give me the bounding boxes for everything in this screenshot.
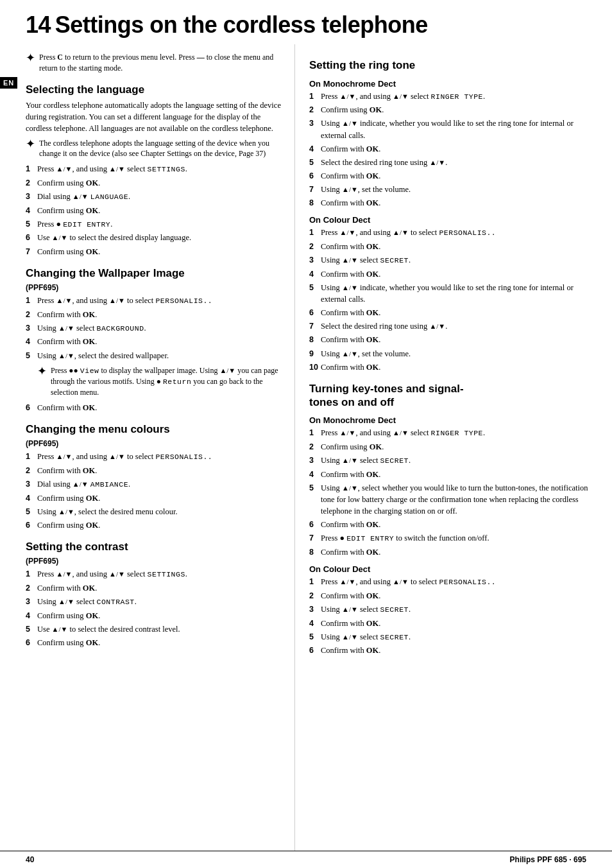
list-item: 4Confirm using OK. — [26, 205, 283, 216]
menu-colours-ppf: (PPF695) — [26, 439, 283, 448]
section-title-menu-colours: Changing the menu colours — [26, 422, 283, 436]
list-item: 7Confirm using OK. — [26, 246, 283, 257]
list-item: 1Press ▲/▼, and using ▲/▼ to select PERS… — [309, 227, 593, 239]
key-tones-colour-title: On Colour Dect — [309, 564, 593, 574]
list-item: 4Confirm with OK. — [309, 268, 593, 280]
list-item: 1Press ▲/▼, and using ▲/▼ to select PERS… — [26, 451, 283, 463]
list-item: 5Using ▲/▼ select SECRET. — [309, 631, 593, 643]
list-item: 6Confirm using OK. — [26, 519, 283, 531]
list-item: 4Confirm with OK. — [26, 336, 283, 347]
left-column: ✦ Press C to return to the previous menu… — [0, 44, 295, 851]
language-steps: 1Press ▲/▼, and using ▲/▼ select SETTING… — [26, 163, 283, 257]
intro-note: ✦ Press C to return to the previous menu… — [26, 52, 283, 74]
list-item: 2Confirm using OK. — [26, 177, 283, 189]
section-title-language: Selecting the language — [26, 83, 283, 96]
key-tones-mono-title: On Monochrome Dect — [309, 415, 593, 425]
key-tones-monochrome: On Monochrome Dect 1Press ▲/▼, and using… — [309, 415, 593, 558]
menu-colours-steps: 1Press ▲/▼, and using ▲/▼ to select PERS… — [26, 451, 283, 531]
list-item: 3Dial using ▲/▼ LANGUAGE. — [26, 191, 283, 203]
list-item: 3Using ▲/▼ select BACKGROUND. — [26, 322, 283, 334]
section-menu-colours: Changing the menu colours (PPF695) 1Pres… — [26, 422, 283, 531]
list-item: 5Use ▲/▼ to select the desired contrast … — [26, 623, 283, 635]
list-item: 7Press ● EDIT ENTRY to switch the functi… — [309, 532, 593, 544]
list-item: 6Confirm with OK. — [309, 645, 593, 656]
language-body: Your cordless telephone automatically ad… — [26, 100, 283, 134]
ring-tone-mono-steps: 1Press ▲/▼, and using ▲/▼ select RINGER … — [309, 91, 593, 209]
list-item: 4Confirm with OK. — [309, 618, 593, 629]
ring-tone-monochrome: On Monochrome Dect 1Press ▲/▼, and using… — [309, 79, 593, 209]
list-item: 5Using ▲/▼, select the desired wallpaper… — [26, 350, 283, 361]
section-title-key-tones: Turning key-tones and signal-tones on an… — [309, 382, 593, 410]
list-item: 1Press ▲/▼, and using ▲/▼ select SETTING… — [26, 163, 283, 175]
wallpaper-ppf: (PPF695) — [26, 283, 283, 292]
wallpaper-note-text: Press ●● View to display the wallpaper i… — [51, 365, 283, 398]
list-item: 6Confirm with OK. — [309, 170, 593, 182]
list-item: 7Using ▲/▼, set the volume. — [309, 184, 593, 195]
main-content: ✦ Press C to return to the previous menu… — [0, 44, 612, 851]
section-title-contrast: Setting the contrast — [26, 540, 283, 553]
list-item: 1Press ▲/▼, and using ▲/▼ select RINGER … — [309, 427, 593, 439]
page: 14 Settings on the cordless telephone EN… — [0, 0, 612, 868]
list-item: 1Press ▲/▼, and using ▲/▼ select RINGER … — [309, 91, 593, 103]
intro-note-text: Press C to return to the previous menu l… — [39, 52, 283, 74]
list-item: 1Press ▲/▼, and using ▲/▼ select SETTING… — [26, 568, 283, 580]
list-item: 3Using ▲/▼ select SECRET. — [309, 254, 593, 266]
section-wallpaper: Changing the Wallpaper Image (PPF695) 1P… — [26, 266, 283, 413]
list-item: 6Confirm with OK. — [309, 519, 593, 530]
en-label: EN — [0, 77, 17, 89]
section-title-wallpaper: Changing the Wallpaper Image — [26, 266, 283, 280]
list-item: 2Confirm with OK. — [26, 582, 283, 594]
ring-tone-colour-steps: 1Press ▲/▼, and using ▲/▼ to select PERS… — [309, 227, 593, 372]
footer-page-number: 40 — [26, 855, 34, 864]
list-item: 2Confirm using OK. — [309, 104, 593, 116]
list-item: 6Confirm using OK. — [26, 637, 283, 648]
list-item: 2Confirm using OK. — [309, 441, 593, 453]
contrast-steps: 1Press ▲/▼, and using ▲/▼ select SETTING… — [26, 568, 283, 648]
list-item: 2Confirm with OK. — [26, 309, 283, 320]
footer-brand: Philips PPF 685 · 695 — [510, 855, 586, 864]
list-item: 2Confirm with OK. — [26, 465, 283, 476]
list-item: 5Using ▲/▼ indicate, whether you would l… — [309, 282, 593, 305]
list-item: 4Confirm using OK. — [26, 492, 283, 504]
list-item: 5Using ▲/▼, select whether you would lik… — [309, 482, 593, 517]
chapter-number: 14 — [26, 12, 51, 38]
list-item: 3Using ▲/▼ select SECRET. — [309, 455, 593, 467]
language-note-icon: ✦ — [26, 137, 35, 151]
list-item: 5Press ● EDIT ENTRY. — [26, 218, 283, 230]
list-item: 6Confirm with OK. — [26, 402, 283, 413]
list-item: 4Confirm using OK. — [26, 610, 283, 621]
language-note: ✦ The cordless telephone adopts the lang… — [26, 138, 283, 160]
list-item: 6Use ▲/▼ to select the desired display l… — [26, 232, 283, 243]
list-item: 8Confirm with OK. — [309, 546, 593, 558]
list-item: 8Confirm with OK. — [309, 334, 593, 345]
ring-tone-colour: On Colour Dect 1Press ▲/▼, and using ▲/▼… — [309, 215, 593, 372]
key-tones-colour-steps: 1Press ▲/▼, and using ▲/▼ to select PERS… — [309, 576, 593, 656]
chapter-title: Settings on the cordless telephone — [55, 12, 428, 38]
section-title-ring-tone: Setting the ring tone — [309, 58, 593, 72]
wallpaper-steps: 1Press ▲/▼, and using ▲/▼ to select PERS… — [26, 295, 283, 361]
list-item: 3Using ▲/▼ select CONTRAST. — [26, 596, 283, 608]
section-key-tones: Turning key-tones and signal-tones on an… — [309, 382, 593, 657]
list-item: 3Using ▲/▼ select SECRET. — [309, 603, 593, 616]
section-ring-tone: Setting the ring tone On Monochrome Dect… — [309, 58, 593, 372]
list-item: 1Press ▲/▼, and using ▲/▼ to select PERS… — [26, 295, 283, 307]
ring-tone-colour-title: On Colour Dect — [309, 215, 593, 225]
ring-tone-mono-title: On Monochrome Dect — [309, 79, 593, 89]
wallpaper-note-icon: ✦ — [37, 364, 47, 378]
contrast-ppf: (PPF695) — [26, 557, 283, 566]
list-item: 3Dial using ▲/▼ AMBIANCE. — [26, 478, 283, 490]
language-note-text: The cordless telephone adopts the langua… — [39, 138, 283, 160]
list-item: 7Select the desired ring tone using ▲/▼. — [309, 320, 593, 332]
list-item: 8Confirm with OK. — [309, 197, 593, 209]
page-footer: 40 Philips PPF 685 · 695 — [0, 851, 612, 868]
list-item: 4Confirm with OK. — [309, 143, 593, 155]
section-selecting-language: Selecting the language Your cordless tel… — [26, 83, 283, 257]
right-column: Setting the ring tone On Monochrome Dect… — [295, 44, 612, 851]
list-item: 5Using ▲/▼, select the desired menu colo… — [26, 506, 283, 517]
wallpaper-step6: 6Confirm with OK. — [26, 402, 283, 413]
key-tones-mono-steps: 1Press ▲/▼, and using ▲/▼ select RINGER … — [309, 427, 593, 558]
list-item: 3Using ▲/▼ indicate, whether you would l… — [309, 117, 593, 141]
page-header: 14 Settings on the cordless telephone — [0, 0, 612, 44]
list-item: 1Press ▲/▼, and using ▲/▼ to select PERS… — [309, 576, 593, 588]
list-item: 6Confirm with OK. — [309, 307, 593, 318]
